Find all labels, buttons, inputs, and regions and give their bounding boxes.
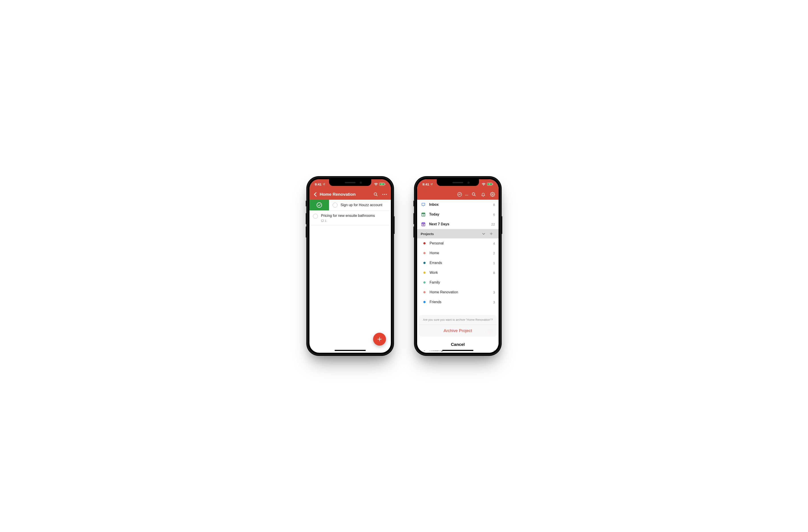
svg-rect-22 [422,223,425,223]
project-label: Personal [429,241,493,245]
plus-icon [377,336,382,342]
task-comment-count: 1 [321,219,375,222]
svg-rect-13 [493,184,493,185]
project-color-dot [423,291,426,293]
calendar-week-icon [421,222,426,226]
svg-point-5 [382,194,383,195]
toolbar: … [417,189,498,200]
productivity-button[interactable] [455,192,464,197]
svg-line-16 [475,195,476,196]
plus-icon [490,232,493,236]
cancel-button[interactable]: Cancel [419,338,497,350]
location-icon [323,183,325,185]
task-list: Sign up for Houzz account Pricing for ne… [310,179,391,353]
filter-next7days[interactable]: Next 7 Days 22 [417,219,498,229]
add-task-fab[interactable] [373,333,386,346]
svg-point-6 [384,194,385,195]
notch [329,179,371,186]
add-project-button[interactable] [488,232,495,236]
search-icon [472,192,476,197]
project-count: 8 [493,271,495,275]
svg-point-15 [472,193,475,196]
comment-icon [321,219,324,222]
gear-icon [490,192,495,197]
project-color-dot [423,262,426,264]
page-title: Home Renovation [320,192,356,197]
project-row[interactable]: Family [417,278,498,287]
more-button[interactable] [380,194,389,195]
project-label: Friends [429,300,493,304]
svg-text:16: 16 [422,214,424,216]
project-row[interactable]: Work8 [417,268,498,278]
trend-circle-icon [457,192,462,197]
bell-icon [481,192,485,197]
location-icon [430,183,433,185]
notifications-button[interactable] [479,192,488,197]
archive-project-button[interactable]: Archive Project [419,325,497,337]
task-title: Sign up for Houzz account [341,203,382,207]
check-circle-icon [316,202,322,208]
task-checkbox[interactable] [333,203,337,207]
svg-point-17 [492,194,493,195]
battery-icon [487,183,493,186]
project-row[interactable]: Personal4 [417,238,498,248]
filter-inbox[interactable]: Inbox 8 [417,200,498,209]
project-row[interactable]: Errands1 [417,258,498,268]
swipe-complete-action[interactable] [310,200,329,210]
project-label: Home Renovation [429,290,493,294]
status-time: 9:41 [422,182,429,186]
notch [437,179,479,186]
project-count: 1 [493,261,495,265]
more-horizontal-icon [382,194,387,195]
search-icon [373,192,378,197]
project-label: Work [429,271,493,275]
wifi-icon [482,183,485,186]
inbox-icon [421,202,426,207]
settings-button[interactable] [488,192,497,197]
chevron-down-icon [482,233,485,235]
action-sheet-message: Are you sure you want to archive "Home R… [419,315,497,325]
project-color-dot [423,301,426,303]
calendar-today-icon: 16 [421,212,426,217]
search-button[interactable] [371,192,380,197]
svg-line-4 [377,195,378,196]
project-color-dot [423,281,426,283]
search-button[interactable] [470,192,478,197]
project-count: 4 [493,241,495,245]
project-label: Home [429,251,493,255]
task-row-swiped[interactable]: Sign up for Houzz account [310,200,391,210]
back-button[interactable] [311,192,319,197]
task-checkbox[interactable] [313,214,318,219]
task-row[interactable]: Pricing for new ensuite bathrooms 1 [310,210,391,225]
project-color-dot [423,272,426,274]
wifi-icon [374,183,378,186]
status-time: 9:41 [315,182,322,186]
overflow-ellipsis: … [465,192,469,196]
home-indicator[interactable] [335,350,366,351]
project-count: 3 [493,300,495,304]
project-color-dot [423,252,426,254]
phone-frame-left: 9:41 Home Renovation [306,176,394,356]
svg-rect-2 [385,184,385,185]
project-count: 2 [493,251,495,255]
battery-icon [379,183,386,186]
project-label: Family [429,280,495,285]
project-row[interactable]: Home Renovation3 [417,287,498,297]
filter-today[interactable]: 16 Today 6 [417,209,498,219]
action-sheet: Are you sure you want to archive "Home R… [419,315,497,350]
svg-point-7 [386,194,387,195]
svg-point-8 [317,203,322,207]
section-header-projects[interactable]: Projects [417,229,498,238]
project-count: 3 [493,291,495,294]
project-row[interactable]: Home2 [417,248,498,258]
project-label: Errands [429,261,493,265]
collapse-toggle[interactable] [480,233,488,235]
chevron-left-icon [314,192,317,197]
svg-rect-19 [422,213,425,214]
phone-frame-right: 9:41 … [414,176,502,356]
home-indicator[interactable] [442,350,473,351]
project-row[interactable]: Friends3 [417,297,498,307]
svg-point-3 [374,193,377,196]
task-title: Pricing for new ensuite bathrooms [321,213,375,218]
nav-bar: Home Renovation [310,189,391,200]
